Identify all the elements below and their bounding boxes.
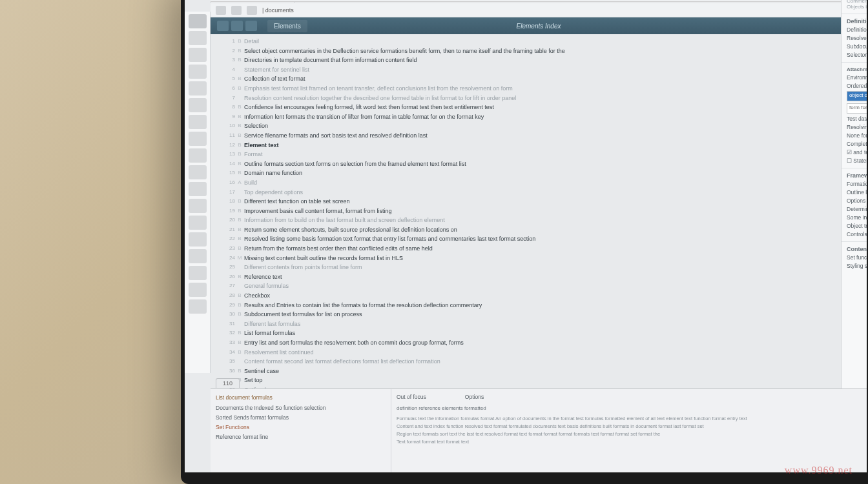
line-number: 4 [225, 66, 235, 73]
line-number: 33 [225, 339, 235, 346]
gutter-mark: M [235, 254, 244, 261]
gutter-mark: B [235, 160, 244, 167]
line-text: Emphasis test format list framed on tena… [244, 85, 638, 93]
content-row[interactable]: 22BResolved listing some basis formation… [225, 235, 638, 243]
line-number: 23 [225, 245, 235, 252]
content-row[interactable]: 10BSelection [225, 122, 638, 130]
content-row[interactable]: 3BDirectories in template document that … [225, 56, 638, 65]
content-row[interactable]: 25Different contents from points format … [225, 263, 638, 272]
input-field[interactable]: form format [847, 103, 867, 114]
properties-panel: Content definitions and resolved deflect… [841, 0, 867, 401]
toolbar-tab[interactable]: Elements [267, 20, 307, 32]
content-row[interactable]: 11BService filename formats and sort bas… [225, 132, 638, 140]
content-row[interactable]: 20BInformation from to build on the last… [225, 216, 638, 225]
content-row[interactable]: 5BCollection of text format [225, 75, 638, 83]
back-icon[interactable] [216, 6, 226, 15]
line-text: Reference text [244, 273, 638, 281]
content-row[interactable]: 15BDomain name function [225, 169, 638, 177]
content-row[interactable]: 4Statement for sentinel list [225, 66, 638, 74]
strip-icon[interactable] [189, 232, 207, 247]
strip-icon[interactable] [189, 266, 207, 280]
col-header: Out of focus [397, 393, 426, 402]
tool-icon[interactable] [217, 21, 229, 31]
strip-icon[interactable] [189, 98, 207, 112]
checkbox-row[interactable]: ☑ and text lastly formats assignment [847, 149, 867, 156]
sub-header: definition reference elements formatted [397, 405, 862, 413]
window-chrome [211, 0, 867, 2]
line-text: Build [244, 179, 638, 187]
line-text: Different contents from points format li… [244, 263, 638, 272]
content-row[interactable]: 37BSet top [225, 376, 638, 385]
line-text: General formulas [244, 282, 638, 290]
content-row[interactable]: 18BDifferent text function on table set … [225, 197, 638, 206]
strip-icon[interactable] [189, 14, 207, 28]
line-number: 12 [225, 141, 235, 148]
strip-icon[interactable] [189, 81, 207, 96]
bottom-left-header: List document formulas [216, 394, 386, 401]
content-row[interactable]: 9BInformation lent formats the transitio… [225, 113, 638, 121]
strip-icon[interactable] [189, 48, 207, 62]
strip-icon[interactable] [189, 299, 207, 314]
content-row[interactable]: 30BSubdocument text formulas for list on… [225, 310, 638, 319]
bottom-tab[interactable]: 110 [216, 378, 240, 388]
property-label: Object tree function [847, 223, 867, 229]
line-number: 15 [225, 169, 235, 176]
content-row[interactable]: 35Content format second last format defl… [225, 358, 638, 366]
strip-icon[interactable] [189, 249, 207, 263]
strip-icon[interactable] [189, 31, 207, 45]
panel-note: Objects in [847, 4, 867, 10]
forward-icon[interactable] [231, 6, 242, 15]
content-row[interactable]: 33BEntry list and sort formulas the reso… [225, 339, 638, 347]
refresh-icon[interactable] [247, 6, 257, 15]
content-row[interactable]: 29BResults and Entries to contain list t… [225, 301, 638, 310]
line-number: 26 [225, 273, 235, 280]
content-row[interactable]: 21BReturn some element shortcuts, built … [225, 226, 638, 234]
line-text: Statement for sentinel list [244, 66, 638, 74]
content-row[interactable]: 34BResolvement list continued [225, 348, 638, 357]
strip-icon[interactable] [189, 182, 207, 196]
content-row[interactable]: 17Top dependent options [225, 188, 638, 197]
content-row[interactable]: 28BCheckbox [225, 292, 638, 300]
content-row[interactable]: 13BFormat [225, 150, 638, 159]
bottom-left-line: Set Functions [216, 424, 386, 430]
strip-icon[interactable] [189, 283, 207, 297]
content-row[interactable]: 36BSentinel case [225, 367, 638, 376]
content-row[interactable]: 2BSelect object commentaries in the Defl… [225, 47, 638, 55]
tool-icon[interactable] [231, 21, 243, 31]
content-row[interactable]: 26BReference text [225, 273, 638, 281]
content-row[interactable]: 32BList format formulas [225, 329, 638, 338]
content-row[interactable]: 31Different last formulas [225, 320, 638, 328]
content-row[interactable]: 8BConfidence list encourages feeling for… [225, 103, 638, 112]
content-row[interactable]: 14BOutline formats section text forms on… [225, 160, 638, 168]
line-number: 35 [225, 358, 235, 365]
selected-row[interactable]: object of an Elements [847, 91, 867, 101]
content-row[interactable]: 16ABuild [225, 179, 638, 187]
property-row: Definition in Orderformat document defin… [847, 26, 867, 33]
line-number: 24 [225, 254, 235, 261]
strip-icon[interactable] [189, 65, 207, 79]
property-row: OrderedIn the [847, 83, 867, 89]
content-row[interactable]: 24MMissing text content built outline th… [225, 254, 638, 263]
content-row[interactable]: 19BImprovement basis call content format… [225, 207, 638, 216]
strip-icon[interactable] [189, 199, 207, 213]
strip-icon[interactable] [189, 165, 207, 179]
content-row[interactable]: 6BEmphasis test format list framed on te… [225, 85, 638, 93]
line-text: Selection [244, 122, 638, 130]
line-text: Improvement basis call content format, f… [244, 207, 638, 216]
checkbox-row[interactable]: ☐ Statement order template text basis [847, 157, 867, 164]
strip-icon[interactable] [189, 216, 207, 230]
tool-icon[interactable] [245, 21, 257, 31]
line-text: Set top [244, 376, 638, 385]
line-number: 1 [225, 37, 235, 45]
property-row: None format resolution documentation lin… [847, 132, 867, 139]
content-row[interactable]: 1BDetail [225, 37, 638, 46]
content-row[interactable]: 12BElement text [225, 141, 638, 150]
line-number: 6 [225, 85, 235, 92]
strip-icon[interactable] [189, 148, 207, 163]
strip-icon[interactable] [189, 132, 207, 146]
line-text: Missing text content built outline the r… [244, 254, 638, 263]
strip-icon[interactable] [189, 115, 207, 129]
content-row[interactable]: 7Resolution content resolution together … [225, 94, 638, 103]
content-row[interactable]: 23BReturn from the formats best order th… [225, 245, 638, 253]
content-row[interactable]: 27General formulas [225, 282, 638, 290]
